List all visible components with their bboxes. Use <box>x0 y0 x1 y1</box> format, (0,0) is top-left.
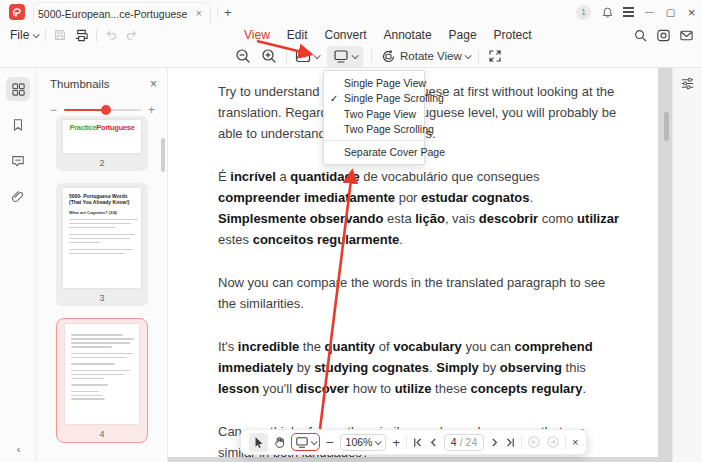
previous-page-button[interactable] <box>428 437 439 448</box>
tab-close-icon[interactable]: × <box>195 8 201 19</box>
paragraph: It's incredible the quantity of vocabula… <box>218 336 622 399</box>
chevron-down-icon <box>375 438 382 445</box>
toolbar: Rotate View <box>0 46 702 68</box>
fullscreen-icon[interactable] <box>487 48 503 64</box>
hamburger-menu-icon[interactable] <box>618 0 639 24</box>
maximize-button[interactable]: ▢ <box>660 0 681 24</box>
last-page-button[interactable] <box>505 437 516 448</box>
minimize-button[interactable]: — <box>639 0 660 24</box>
history-back-button[interactable] <box>527 435 541 449</box>
notification-badge[interactable]: 1 <box>576 5 591 20</box>
zoom-out-icon[interactable] <box>234 47 252 65</box>
bell-icon[interactable] <box>597 0 618 24</box>
zoom-level-dropdown[interactable]: 106% <box>340 434 387 451</box>
window-controls: 1 — ▢ × <box>576 0 702 24</box>
page-view-dropdown-menu: Single Page View✓Single Page ScrollingTw… <box>323 70 425 165</box>
menu-view[interactable]: View <box>244 28 270 42</box>
thumbnail-page-number: 4 <box>57 429 147 439</box>
print-icon[interactable] <box>74 28 89 43</box>
next-page-button[interactable] <box>489 437 500 448</box>
chevron-down-icon <box>311 438 318 445</box>
thumbnail-page-number: 3 <box>56 293 148 303</box>
properties-sliders-icon[interactable] <box>680 76 695 462</box>
document-scrollbar[interactable] <box>664 112 669 141</box>
tab-bar: 5000-European...ce-Portuguese × + 1 — ▢ … <box>0 0 702 24</box>
zoom-in-icon[interactable] <box>260 47 278 65</box>
hand-tool-button[interactable] <box>273 436 286 449</box>
rotate-view-dropdown[interactable]: Rotate View <box>380 48 470 65</box>
chevron-down-icon <box>314 52 321 59</box>
app-logo-icon[interactable] <box>9 4 25 20</box>
panel-close-icon[interactable]: × <box>150 77 157 91</box>
save-icon[interactable] <box>53 28 67 42</box>
rotate-view-label: Rotate View <box>400 50 462 62</box>
undo-icon[interactable] <box>104 28 118 42</box>
menu-edit[interactable]: Edit <box>287 28 308 42</box>
fit-page-dropdown[interactable] <box>295 49 319 64</box>
chevron-down-icon <box>33 31 40 38</box>
new-tab-button[interactable]: + <box>224 5 232 20</box>
slider-plus[interactable]: + <box>148 103 155 117</box>
mail-icon[interactable] <box>679 28 694 43</box>
checkmark-icon: ✓ <box>330 93 338 104</box>
page-number-input[interactable]: 4/ 24 <box>444 434 484 451</box>
menu-page[interactable]: Page <box>449 28 477 42</box>
bookmarks-panel-icon[interactable] <box>6 113 30 137</box>
close-button[interactable]: × <box>681 0 702 24</box>
thumbnails-panel: Thumbnails × − + PracticePortuguese25000… <box>37 68 168 462</box>
redo-icon[interactable] <box>125 28 139 42</box>
menu-protect[interactable]: Protect <box>494 28 532 42</box>
thumbnail-page-3[interactable]: 5000- Portuguese Words (That You Already… <box>56 183 148 306</box>
page-view-mode-button[interactable] <box>327 46 363 67</box>
zoom-in-button[interactable]: + <box>391 435 401 450</box>
zoom-out-button[interactable]: − <box>325 435 335 450</box>
snapshot-icon[interactable] <box>656 28 671 43</box>
collapse-sidebar-button[interactable]: ‹ <box>0 443 37 455</box>
floating-status-toolbar: − 106% + 4/ 24 × <box>240 429 587 455</box>
chevron-down-icon <box>464 52 471 59</box>
menu-item-single-page-scrolling[interactable]: ✓Single Page Scrolling <box>324 91 424 107</box>
thumbnail-size-slider: − + <box>37 91 167 117</box>
search-icon[interactable] <box>633 28 648 43</box>
divider <box>217 6 218 18</box>
slider-minus[interactable]: − <box>50 103 57 117</box>
menu-item-single-page-view[interactable]: Single Page View <box>324 75 424 91</box>
menu-annotate[interactable]: Annotate <box>384 28 432 42</box>
panel-title: Thumbnails <box>50 78 109 90</box>
menu-item-two-page-view[interactable]: Two Page View <box>324 106 424 122</box>
history-forward-button[interactable] <box>546 435 560 449</box>
first-page-button[interactable] <box>412 437 423 448</box>
attachments-panel-icon[interactable] <box>6 185 30 209</box>
paragraph: Now you can compare the words in the tra… <box>218 272 622 314</box>
thumbnail-page-4[interactable]: 4 <box>56 318 148 443</box>
menu-convert[interactable]: Convert <box>324 28 366 42</box>
select-tool-button[interactable] <box>249 433 268 452</box>
menu-item-two-page-scrolling[interactable]: Two Page Scrolling <box>324 122 424 138</box>
practice-portuguese-logo: PracticePortuguese <box>63 120 141 132</box>
sidebar-icon-strip: ‹ <box>0 68 37 462</box>
slider-track[interactable] <box>64 109 141 111</box>
close-toolbar-button[interactable]: × <box>571 436 578 448</box>
right-panel-strip <box>672 68 702 462</box>
chevron-down-icon <box>352 52 359 59</box>
thumbnail-page-2[interactable]: PracticePortuguese2 <box>56 116 148 171</box>
slider-handle[interactable] <box>101 105 111 115</box>
document-tab[interactable]: 5000-European...ce-Portuguese × <box>33 2 211 24</box>
comments-panel-icon[interactable] <box>6 149 30 173</box>
thumbnail-page-number: 2 <box>56 158 148 168</box>
panel-scrollbar[interactable] <box>161 138 165 172</box>
thumbnails-panel-icon[interactable] <box>6 77 30 101</box>
paragraph: É incrível a quantidade de vocabulário q… <box>218 166 622 250</box>
menu-item-separate-cover-page[interactable]: Separate Cover Page <box>324 144 424 160</box>
file-menu[interactable]: File <box>10 28 38 42</box>
pdf-editor-window: 5000-European...ce-Portuguese × + 1 — ▢ … <box>0 0 702 462</box>
thumbnail-list: PracticePortuguese25000- Portuguese Word… <box>37 116 167 462</box>
tab-title: 5000-European...ce-Portuguese <box>38 8 187 20</box>
page-view-mode-button-bottom[interactable] <box>291 433 320 451</box>
